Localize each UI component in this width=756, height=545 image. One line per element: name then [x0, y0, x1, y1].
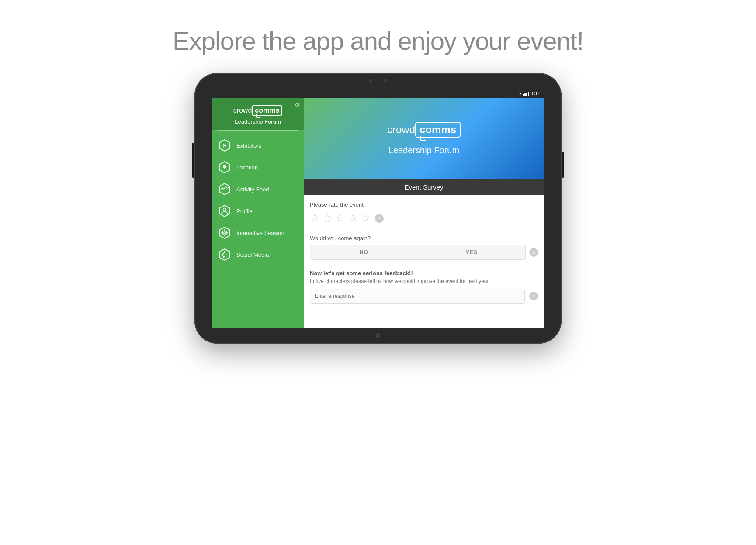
- nav-label-activity-feed: Activity Feed: [236, 186, 269, 193]
- svg-point-17: [224, 251, 225, 253]
- sidebar-header: ⚙ crowd comms Leadership Forum: [212, 98, 304, 130]
- signal-bar-2: [524, 93, 526, 96]
- nav-item-activity-feed[interactable]: Activity Feed: [212, 178, 304, 200]
- divider-2: [310, 266, 538, 266]
- exhibitors-icon: ⚑: [218, 139, 231, 152]
- signal-bar-3: [526, 93, 527, 96]
- svg-marker-16: [219, 249, 230, 260]
- svg-marker-9: [219, 227, 230, 238]
- svg-marker-2: [219, 162, 230, 173]
- signal-bar-4: [528, 92, 529, 96]
- survey-body: Please rate the event ☆ ☆ ☆ ☆ ☆ ✕ Would …: [304, 195, 544, 310]
- nav-item-interactive-session[interactable]: Interactive Session: [212, 222, 304, 244]
- banner-logo-crowd: crowd: [387, 124, 415, 136]
- svg-point-10: [222, 231, 227, 235]
- survey-section: Event Survey Please rate the event ☆ ☆ ☆…: [304, 179, 544, 328]
- response-input[interactable]: [310, 289, 525, 304]
- nav-item-social-media[interactable]: Social Media: [212, 244, 304, 266]
- main-content: crowd comms Leadership Forum Event Surve…: [304, 98, 544, 328]
- location-icon: [218, 161, 231, 174]
- nav-item-exhibitors[interactable]: ⚑ Exhibitors: [212, 135, 304, 156]
- svg-text:⚑: ⚑: [222, 143, 227, 148]
- svg-point-11: [224, 232, 225, 234]
- activity-feed-icon: [218, 183, 231, 196]
- camera-dot2: [384, 79, 387, 83]
- home-button[interactable]: [376, 333, 380, 338]
- profile-icon: [218, 204, 231, 217]
- event-banner: crowd comms Leadership Forum: [304, 98, 544, 179]
- star-3[interactable]: ☆: [335, 211, 345, 225]
- star-rating-row[interactable]: ☆ ☆ ☆ ☆ ☆ ✕: [310, 211, 538, 225]
- status-icons: ▾ 3:37: [519, 91, 540, 96]
- sidebar-event-name: Leadership Forum: [235, 118, 281, 125]
- interactive-session-icon: [218, 226, 231, 239]
- camera-dot: [369, 79, 372, 83]
- yes-button[interactable]: YES: [418, 245, 526, 259]
- nav-label-location: Location: [236, 164, 258, 171]
- signal-bar-1: [523, 94, 524, 96]
- gear-icon[interactable]: ⚙: [295, 102, 300, 109]
- yesno-clear-button[interactable]: ✕: [529, 248, 538, 257]
- response-input-row: ✕: [310, 289, 538, 304]
- survey-q3-title: Now let's get some serious feedback!!: [310, 270, 538, 276]
- nav-item-profile[interactable]: Profile: [212, 200, 304, 222]
- survey-q1-label: Please rate the event: [310, 201, 538, 208]
- page-headline: Explore the app and enjoy your event!: [173, 26, 583, 55]
- wifi-icon: ▾: [519, 91, 521, 96]
- star-clear-button[interactable]: ✕: [375, 214, 384, 223]
- sidebar-logo-comms: comms: [252, 105, 282, 116]
- nav-label-interactive-session: Interactive Session: [236, 230, 284, 236]
- status-time: 3:37: [531, 91, 540, 96]
- survey-q3-sub: In five characters please tell us how we…: [310, 278, 538, 284]
- svg-point-4: [224, 166, 225, 167]
- survey-header: Event Survey: [304, 179, 544, 195]
- tablet-camera-area: [369, 79, 387, 83]
- star-4[interactable]: ☆: [348, 211, 358, 225]
- sidebar-logo-crowd: crowd: [233, 107, 252, 114]
- nav-label-exhibitors: Exhibitors: [236, 142, 261, 149]
- nav-label-social-media: Social Media: [236, 252, 269, 258]
- tablet-screen: ▾ 3:37 ⚙ crowd comms: [212, 89, 544, 328]
- yes-no-row: NO YES ✕: [310, 245, 538, 260]
- status-bar: ▾ 3:37: [212, 89, 544, 98]
- divider-1: [310, 231, 538, 231]
- tablet-device: ▾ 3:37 ⚙ crowd comms: [194, 73, 562, 344]
- nav-label-profile: Profile: [236, 208, 253, 214]
- no-button[interactable]: NO: [310, 245, 418, 259]
- star-2[interactable]: ☆: [323, 211, 333, 225]
- response-clear-button[interactable]: ✕: [529, 292, 538, 300]
- star-1[interactable]: ☆: [310, 211, 320, 225]
- sidebar: ⚙ crowd comms Leadership Forum: [212, 98, 304, 328]
- app-content: ⚙ crowd comms Leadership Forum: [212, 98, 544, 328]
- nav-item-location[interactable]: Location: [212, 156, 304, 178]
- sidebar-logo: crowd comms: [233, 105, 283, 116]
- banner-event-name: Leadership Forum: [388, 145, 459, 155]
- sidebar-nav: ⚑ Exhibitors: [212, 131, 304, 328]
- yes-no-container: NO YES: [310, 245, 526, 260]
- survey-q2-label: Would you come again?: [310, 235, 538, 241]
- banner-logo-comms: comms: [415, 122, 461, 138]
- social-media-icon: [218, 248, 231, 261]
- banner-logo: crowd comms: [387, 122, 461, 138]
- speaker-dot: [377, 79, 379, 82]
- svg-point-8: [223, 208, 226, 211]
- star-5[interactable]: ☆: [361, 211, 371, 225]
- signal-bars: [523, 91, 529, 96]
